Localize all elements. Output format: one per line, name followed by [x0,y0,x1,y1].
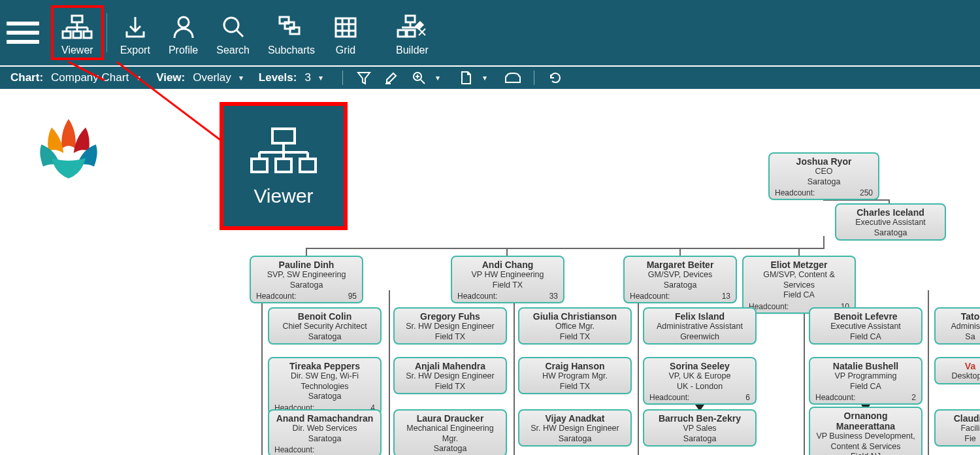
chart-selector[interactable]: Company Chart [51,71,129,84]
org-node[interactable]: Joshua Ryor CEO Saratoga Headcount:250 [768,152,879,200]
chevron-down-icon[interactable]: ▾ [436,73,440,82]
org-node[interactable]: Natalie Bushell VP Programming Field CA … [809,357,923,405]
levels-selector[interactable]: 3 [304,71,310,84]
svg-line-29 [421,80,425,84]
org-chart-icon [61,13,93,42]
menu-button[interactable] [7,16,39,49]
svg-rect-32 [272,129,295,143]
viewer-label: Viewer [61,44,93,56]
org-node[interactable]: Barruch Ben-Zekry VP Sales Saratoga [643,409,757,447]
person-icon [171,13,196,42]
svg-point-11 [224,18,238,32]
search-button[interactable]: Search [207,7,259,59]
builder-icon [397,13,428,42]
svg-line-12 [237,30,243,37]
org-node[interactable]: Pauline Dinh SVP, SW Engineering Saratog… [250,256,363,303]
chart-canvas[interactable]: Viewer Joshua Ryor CEO Saratoga Headcoun… [0,89,980,455]
org-node[interactable]: Anand Ramachandran Dir. Web Services Sar… [268,409,382,455]
org-node[interactable]: Margaret Beiter GM/SVP, Devices Saratoga… [623,256,737,303]
org-node[interactable]: Laura Draucker Mechanical Engineering Mg… [393,409,507,455]
viewer-callout: Viewer [220,102,348,230]
org-node[interactable]: Sorina Seeley VP, UK & Europe UK - Londo… [643,357,757,405]
grid-button[interactable]: Grid [324,7,367,59]
svg-rect-24 [398,30,406,37]
refresh-button[interactable] [545,70,566,86]
org-node[interactable]: Craig Hanson HW Program Mgr. Field TX [518,357,632,394]
view-selector[interactable]: Overlay [193,71,231,84]
sub-toolbar: Chart: Company Chart ▾ View: Overlay ▾ L… [0,65,980,89]
svg-rect-0 [72,16,82,22]
levels-label: Levels: [259,71,297,84]
org-node[interactable]: Andi Chang VP HW Engineering Field TX He… [451,256,564,303]
org-node[interactable]: Giulia Christianson Office Mgr. Field TX [518,307,632,345]
svg-rect-39 [276,159,291,172]
download-icon [123,13,148,42]
subcharts-button[interactable]: Subcharts [259,7,324,59]
svg-rect-7 [73,31,81,38]
search-icon [221,13,246,42]
svg-rect-25 [407,30,415,37]
separator [342,71,343,85]
page-button[interactable] [455,70,476,86]
separator [106,13,107,52]
svg-marker-26 [358,73,370,84]
view-label: View: [156,71,185,84]
export-button[interactable]: Export [111,7,159,59]
chevron-down-icon[interactable]: ▾ [483,73,487,82]
org-node[interactable]: Gregory Fuhs Sr. HW Design Engineer Fiel… [393,307,507,345]
svg-point-10 [178,17,189,27]
highlight-button[interactable] [381,70,402,86]
profile-button[interactable]: Profile [159,7,207,59]
svg-rect-40 [300,159,316,172]
org-node[interactable]: Charles Iceland Executive Assistant Sara… [835,203,946,241]
org-node[interactable]: Va Desktop A [934,357,980,384]
org-node[interactable]: Claudia Facili Fie [934,409,980,447]
builder-button[interactable]: Builder [387,7,438,59]
org-node[interactable]: Tato Administra Sa [934,307,980,345]
org-node[interactable]: Felix Island Administrative Assistant Gr… [643,307,757,345]
org-node[interactable]: Anjali Mahendra Sr. HW Design Engineer F… [393,357,507,394]
svg-rect-8 [84,31,91,38]
company-logo [26,102,111,190]
org-node[interactable]: Benoit Colin Chief Security Architect Sa… [268,307,382,345]
org-node[interactable]: Eliot Metzger GM/SVP, Content & Services… [742,256,856,314]
top-toolbar: Viewer Export Profile Search Subcharts G… [0,0,980,65]
chevron-down-icon[interactable]: ▾ [319,73,323,82]
org-chart-icon [248,125,319,177]
chevron-down-icon[interactable]: ▾ [137,73,140,82]
grid-icon [333,13,358,42]
viewer-button[interactable]: Viewer [52,7,103,59]
svg-rect-6 [63,31,71,38]
org-node[interactable]: Tireaka Peppers Dir. SW Eng, Wi-Fi Techn… [268,357,382,415]
chart-label: Chart: [10,71,43,84]
filter-button[interactable] [353,70,374,86]
zoom-button[interactable] [408,70,429,86]
svg-rect-38 [252,159,267,172]
svg-rect-16 [336,18,355,37]
separator [534,71,534,85]
subcharts-icon [277,13,306,42]
org-node[interactable]: Ornanong Maneerattana VP Business Develo… [809,407,923,455]
svg-rect-15 [290,27,299,34]
svg-rect-21 [406,16,415,22]
org-node[interactable]: Vijay Anadkat Sr. HW Design Engineer Sar… [518,409,632,447]
chevron-down-icon[interactable]: ▾ [239,73,243,82]
bread-button[interactable] [502,70,523,86]
org-node[interactable]: Benoit Lefevre Executive Assistant Field… [809,307,923,345]
callout-label: Viewer [253,185,313,207]
